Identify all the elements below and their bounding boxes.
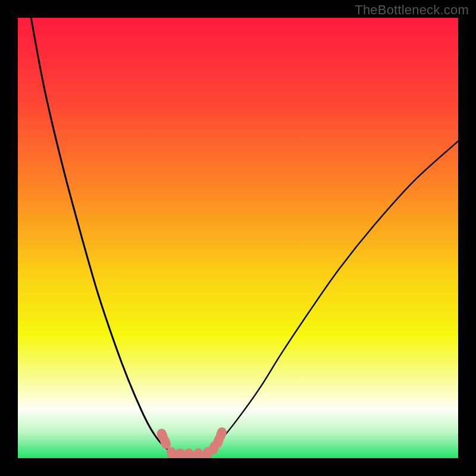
plot-area <box>18 18 458 458</box>
chart-frame: TheBottleneck.com <box>0 0 476 476</box>
watermark-text: TheBottleneck.com <box>355 2 469 18</box>
bottleneck-chart <box>18 18 458 458</box>
svg-rect-5 <box>193 449 203 458</box>
marker-point <box>193 449 203 458</box>
gradient-background <box>18 18 458 458</box>
